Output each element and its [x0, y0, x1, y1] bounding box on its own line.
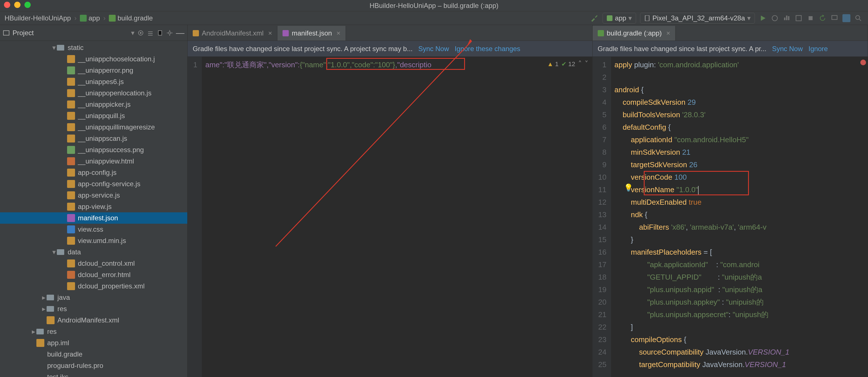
tree-item[interactable]: __uniappquill.js: [0, 110, 187, 122]
up-icon[interactable]: ˄: [578, 60, 582, 68]
phone-icon: [644, 15, 650, 21]
dropdown-icon[interactable]: ▾: [131, 29, 134, 37]
hammer-icon[interactable]: [591, 14, 598, 22]
avd-icon[interactable]: [831, 14, 838, 22]
tree-item-label: __uniappsuccess.png: [78, 146, 144, 154]
tree-item[interactable]: __uniappquillimageresize: [0, 122, 187, 133]
sync-icon[interactable]: [818, 14, 827, 22]
tree-item[interactable]: __uniappes6.js: [0, 76, 187, 88]
tree-item[interactable]: __uniappview.html: [0, 156, 187, 167]
ignore-changes-link[interactable]: Ignore: [809, 45, 828, 53]
tree-item[interactable]: app-service.js: [0, 190, 187, 201]
dir-icon: [46, 294, 55, 302]
device-combo[interactable]: Pixel_3a_API_32_arm64-v28a▾: [640, 13, 755, 24]
svg-point-9: [856, 15, 860, 19]
tree-item[interactable]: app-config-service.js: [0, 178, 187, 190]
tree-item[interactable]: build.gradle: [0, 349, 187, 360]
tree-item[interactable]: __uniappsuccess.png: [0, 144, 187, 156]
tree-item-label: app-view.js: [78, 203, 112, 211]
toolbar-right: app▾ Pixel_3a_API_32_arm64-v28a▾: [591, 13, 866, 24]
tree-item-label: proguard-rules.pro: [47, 362, 103, 370]
close-tab-icon[interactable]: ×: [268, 29, 272, 37]
error-indicator[interactable]: [860, 60, 866, 65]
svg-rect-0: [80, 15, 87, 22]
code-area[interactable]: 1234567891011121314151617181920212223242…: [593, 57, 868, 377]
tree-item-label: __uniappchooselocation.j: [78, 55, 155, 63]
run-icon[interactable]: [759, 14, 767, 22]
tree-item[interactable]: proguard-rules.pro: [0, 360, 187, 371]
svg-rect-7: [832, 15, 837, 19]
minimize-window-button[interactable]: [14, 2, 21, 8]
tree-item[interactable]: ▸java: [0, 292, 187, 303]
tab-manifest-xml[interactable]: AndroidManifest.xml×: [188, 26, 277, 41]
tree-item[interactable]: manifest.json: [0, 212, 187, 224]
close-tab-icon[interactable]: ×: [666, 29, 670, 37]
target-icon[interactable]: [137, 30, 144, 36]
xml-icon: [67, 282, 75, 290]
attach-icon[interactable]: [795, 14, 803, 22]
gear-icon[interactable]: [166, 30, 173, 36]
expand-icon[interactable]: [157, 30, 163, 36]
js-icon: [67, 101, 75, 108]
bulb-icon[interactable]: 💡: [624, 183, 633, 192]
ignore-changes-link[interactable]: Ignore these changes: [455, 45, 520, 53]
tree-item[interactable]: __uniappscan.js: [0, 133, 187, 144]
js-icon: [67, 203, 75, 211]
js-icon: [67, 180, 75, 188]
txt-icon: [36, 362, 44, 370]
gradle-icon: [109, 15, 116, 22]
code-area[interactable]: 1 ame":"联兑通商家","version":{"name":"1.0.0"…: [188, 57, 592, 377]
down-icon[interactable]: ˅: [585, 60, 588, 68]
code-content[interactable]: apply plugin: 'com.android.application' …: [611, 57, 868, 377]
tree-item[interactable]: dcloud_control.xml: [0, 258, 187, 269]
hide-icon[interactable]: —: [176, 28, 184, 38]
tree-arrow-icon: ▸: [41, 294, 46, 302]
debug-icon[interactable]: [771, 14, 779, 22]
project-tree[interactable]: ▾static__uniappchooselocation.j__uniappe…: [0, 41, 187, 377]
breadcrumb-item[interactable]: HBuilder-HelloUniApp: [2, 14, 73, 22]
tree-item[interactable]: __uniapppicker.js: [0, 99, 187, 110]
tree-item[interactable]: view.umd.min.js: [0, 235, 187, 246]
maximize-window-button[interactable]: [25, 2, 31, 8]
run-config-combo[interactable]: app▾: [602, 13, 636, 24]
tree-item[interactable]: __uniapperror.png: [0, 65, 187, 76]
tab-build-gradle[interactable]: build.gradle (:app)×: [593, 26, 676, 41]
close-tab-icon[interactable]: ×: [337, 29, 340, 37]
collapse-icon[interactable]: [147, 30, 154, 36]
tree-item[interactable]: app-view.js: [0, 201, 187, 212]
sync-banner: Gradle files have changed since last pro…: [593, 41, 868, 57]
tree-item[interactable]: dcloud_properties.xml: [0, 280, 187, 292]
breadcrumb-item[interactable]: app: [78, 14, 102, 22]
sdk-icon[interactable]: [842, 14, 850, 22]
tree-item[interactable]: ▾data: [0, 246, 187, 258]
tree-item[interactable]: app.iml: [0, 337, 187, 349]
tree-arrow-icon: ▸: [31, 328, 36, 336]
tree-item[interactable]: view.css: [0, 224, 187, 235]
tree-item[interactable]: ▸res: [0, 303, 187, 314]
sync-now-link[interactable]: Sync Now: [418, 45, 449, 53]
breadcrumb-item[interactable]: build.gradle: [106, 14, 155, 22]
tree-item-label: res: [47, 328, 57, 336]
android-icon: [607, 15, 613, 21]
gradle-icon: [36, 350, 44, 358]
profile-icon[interactable]: [783, 14, 791, 22]
tree-item[interactable]: __uniappchooselocation.j: [0, 54, 187, 65]
project-view-icon[interactable]: [3, 30, 10, 36]
tree-item[interactable]: app-config.js: [0, 167, 187, 178]
code-content[interactable]: ame":"联兑通商家","version":{"name":"1.0.0","…: [202, 57, 592, 377]
js-icon: [67, 135, 75, 142]
tab-manifest-json[interactable]: manifest.json×: [277, 26, 346, 41]
tree-item[interactable]: test.iks: [0, 371, 187, 377]
close-window-button[interactable]: [4, 2, 10, 8]
sync-now-link[interactable]: Sync Now: [772, 45, 803, 53]
stop-icon[interactable]: [807, 14, 814, 22]
tree-item[interactable]: AndroidManifest.xml: [0, 314, 187, 326]
inspection-widget[interactable]: ▲1 ✔12 ˄ ˅: [547, 60, 588, 68]
tree-item[interactable]: dcloud_error.html: [0, 269, 187, 280]
tree-item-label: app-config.js: [78, 169, 117, 177]
search-icon[interactable]: [855, 14, 862, 22]
tree-item[interactable]: ▾static: [0, 42, 187, 54]
tree-item[interactable]: __uniappopenlocation.js: [0, 88, 187, 99]
tree-item[interactable]: ▸res: [0, 326, 187, 337]
tree-item-label: __uniapperror.png: [78, 66, 133, 74]
